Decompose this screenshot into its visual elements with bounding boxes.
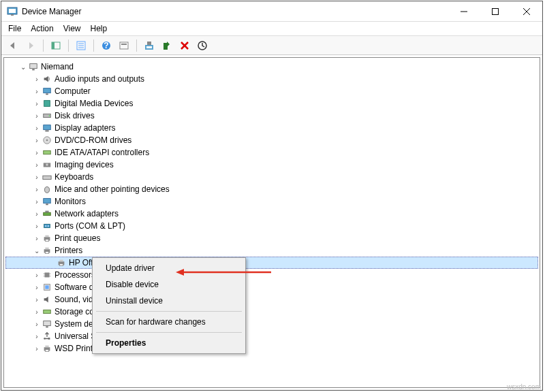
window-title: Device Manager	[22, 7, 81, 16]
svg-marker-72	[176, 269, 184, 276]
tree-category[interactable]: ›DVD/CD-ROM drives	[5, 134, 538, 146]
tree-category[interactable]: ›Storage con	[5, 306, 538, 318]
tree-category[interactable]: ›IDE ATA/ATAPI controllers	[5, 146, 538, 159]
tree-category[interactable]: ›Ports (COM & LPT)	[5, 220, 538, 232]
chevron-right-icon[interactable]: ›	[33, 210, 41, 218]
chevron-right-icon[interactable]: ›	[33, 186, 41, 193]
tree-category[interactable]: ›Network adapters	[5, 208, 538, 220]
chevron-right-icon[interactable]: ›	[33, 296, 41, 304]
chevron-down-icon[interactable]: ⌄	[33, 247, 41, 255]
context-separator	[96, 332, 242, 333]
tree-category[interactable]: ›Imaging devices	[5, 159, 538, 171]
svg-rect-31	[44, 125, 51, 130]
properties-button[interactable]	[74, 38, 89, 53]
category-icon	[41, 148, 53, 157]
tree-category[interactable]: ›Universal Se	[5, 330, 538, 342]
menu-help[interactable]: Help	[91, 24, 108, 33]
chevron-right-icon[interactable]: ›	[33, 321, 41, 328]
menu-file[interactable]: File	[8, 24, 21, 33]
scan-button[interactable]	[195, 38, 210, 53]
chevron-right-icon[interactable]: ›	[33, 88, 41, 95]
chevron-right-icon[interactable]: ›	[33, 345, 41, 353]
tree-category[interactable]: ›Mice and other pointing devices	[5, 183, 538, 195]
svg-rect-1	[9, 9, 16, 13]
category-label: Processors	[53, 270, 95, 280]
chevron-right-icon[interactable]: ›	[33, 161, 41, 169]
svg-rect-8	[52, 42, 54, 49]
tree-category[interactable]: ›Disk drives	[5, 110, 538, 122]
svg-rect-41	[46, 204, 48, 206]
close-button[interactable]	[511, 1, 542, 22]
help-button[interactable]: ?	[99, 38, 114, 53]
toolbar: ?	[1, 36, 542, 55]
uninstall-button[interactable]	[159, 38, 174, 53]
chevron-right-icon[interactable]: ›	[33, 198, 41, 206]
tree-category[interactable]: ›Audio inputs and outputs	[5, 73, 538, 85]
chevron-right-icon[interactable]: ›	[33, 174, 41, 181]
printer-icon	[55, 258, 67, 267]
chevron-right-icon[interactable]: ›	[33, 235, 41, 242]
tree-category[interactable]: ›WSD Print Provider	[5, 342, 538, 355]
chevron-right-icon[interactable]: ›	[33, 137, 41, 144]
maximize-button[interactable]	[480, 1, 511, 22]
forward-button[interactable]	[23, 38, 38, 53]
category-icon	[41, 111, 53, 120]
context-scan-hardware[interactable]: Scan for hardware changes	[95, 314, 243, 330]
disable-button[interactable]	[177, 38, 192, 53]
watermark: wsxdn.com	[507, 383, 541, 391]
category-icon	[41, 160, 53, 169]
back-button[interactable]	[5, 38, 20, 53]
device-tree-container: ⌄ Niemand ›Audio inputs and outputs›Comp…	[3, 57, 540, 388]
svg-rect-40	[44, 199, 51, 203]
tree-category[interactable]: ⌄Printers	[5, 244, 538, 257]
tree-category[interactable]: ›System devi	[5, 318, 538, 330]
chevron-right-icon[interactable]: ›	[33, 125, 41, 132]
device-tree[interactable]: ⌄ Niemand ›Audio inputs and outputs›Comp…	[4, 58, 540, 357]
svg-point-66	[44, 338, 46, 340]
chevron-right-icon[interactable]: ›	[33, 76, 41, 83]
chevron-right-icon[interactable]: ›	[33, 149, 41, 157]
show-hide-button[interactable]	[48, 38, 63, 53]
chevron-right-icon[interactable]: ›	[33, 100, 41, 108]
tree-category[interactable]: ›Software de	[5, 281, 538, 293]
svg-rect-27	[46, 94, 48, 95]
tree-category[interactable]: ›Keyboards	[5, 171, 538, 183]
tree-category[interactable]: ›Display adapters	[5, 122, 538, 134]
context-uninstall-device[interactable]: Uninstall device	[95, 293, 243, 309]
tree-category[interactable]: ›Print queues	[5, 232, 538, 244]
chevron-right-icon[interactable]: ›	[33, 308, 41, 316]
action-button[interactable]	[116, 38, 131, 53]
svg-rect-16	[121, 44, 127, 45]
svg-rect-54	[59, 260, 63, 262]
chevron-down-icon[interactable]: ⌄	[19, 63, 27, 71]
minimize-button[interactable]	[448, 1, 480, 22]
svg-point-34	[46, 140, 48, 142]
chevron-right-icon[interactable]: ›	[33, 284, 41, 291]
tree-category[interactable]: ›Digital Media Devices	[5, 97, 538, 110]
chevron-right-icon[interactable]: ›	[33, 333, 41, 340]
tree-category[interactable]: ›Sound, vide	[5, 293, 538, 306]
category-label: Ports (COM & LPT)	[53, 221, 125, 231]
svg-rect-52	[45, 252, 48, 254]
tree-device-selected[interactable]: HP Offic	[5, 257, 538, 269]
menu-view[interactable]: View	[63, 24, 81, 33]
device-manager-window: Device Manager File Action View Help ?	[1, 1, 543, 391]
separator	[43, 39, 44, 52]
category-label: Imaging devices	[53, 160, 114, 169]
category-icon	[41, 123, 53, 133]
svg-rect-19	[147, 42, 151, 45]
titlebar: Device Manager	[1, 1, 542, 22]
chevron-right-icon[interactable]: ›	[33, 112, 41, 120]
window-controls	[448, 1, 542, 22]
svg-rect-69	[45, 346, 48, 348]
update-driver-button[interactable]	[142, 38, 157, 53]
chevron-right-icon[interactable]: ›	[33, 272, 41, 279]
menu-action[interactable]: Action	[31, 24, 53, 33]
tree-category[interactable]: ›Monitors	[5, 195, 538, 208]
chevron-right-icon[interactable]: ›	[33, 223, 41, 230]
category-icon	[41, 233, 53, 243]
tree-category[interactable]: ›Processors	[5, 269, 538, 281]
context-properties[interactable]: Properties	[95, 335, 243, 351]
tree-root[interactable]: ⌄ Niemand	[5, 61, 538, 73]
tree-category[interactable]: ›Computer	[5, 85, 538, 97]
